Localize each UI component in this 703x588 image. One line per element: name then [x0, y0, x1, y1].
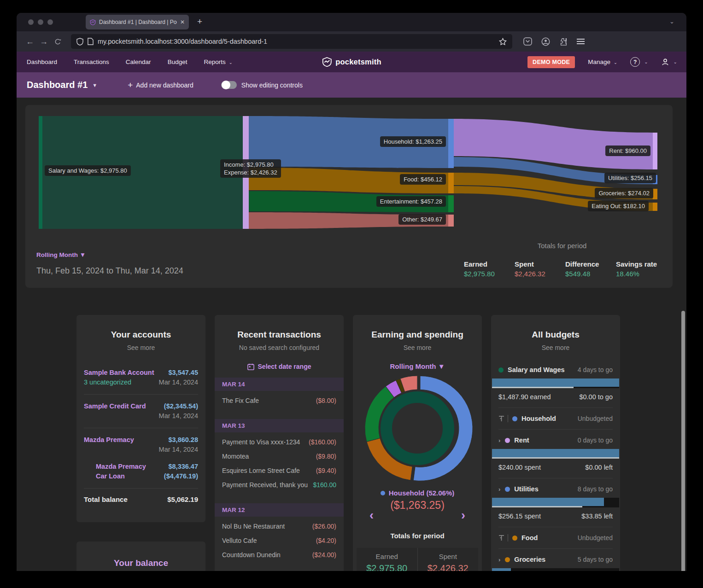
period-selector[interactable]: Rolling Month ▼: [36, 251, 86, 258]
legend-dot: [381, 491, 385, 495]
browser-tab[interactable]: Dashboard #1 | Dashboard | Poc ✕: [86, 15, 189, 29]
chevron-down-icon: ⌄: [228, 60, 233, 65]
chevron-right-icon: ›: [498, 486, 500, 493]
card-title: Recent transactions: [215, 330, 344, 340]
budget-progress-bar: [492, 568, 619, 571]
reload-button[interactable]: [51, 38, 64, 45]
nav-item-budget[interactable]: Budget: [168, 58, 187, 65]
close-window-button[interactable]: [28, 19, 34, 25]
transactions-card: Recent transactions No saved search conf…: [215, 315, 344, 571]
plus-icon: +: [128, 80, 133, 90]
card-title: Your accounts: [76, 330, 205, 340]
account-row[interactable]: Sample Credit Card($2,345.54) Mar 14, 20…: [84, 402, 198, 421]
editing-controls-toggle[interactable]: [221, 81, 237, 89]
budget-progress-bar: [492, 498, 619, 507]
see-more-link[interactable]: See more: [491, 344, 620, 351]
widgets-grid: Your accounts See more Sample Bank Accou…: [76, 315, 620, 571]
pocket-icon[interactable]: [523, 37, 532, 46]
account-row[interactable]: Mazda Premacy$3,860.28 Mar 14, 2024: [84, 435, 198, 454]
chevron-down-icon: ⌄: [674, 59, 677, 64]
sankey-label-income-expense: Income: $2,975.80 Expense: $2,426.32: [220, 159, 281, 178]
calendar-icon: [247, 363, 254, 370]
person-icon: [661, 58, 669, 66]
back-button[interactable]: ←: [23, 37, 37, 47]
bookmark-star-icon[interactable]: [499, 38, 507, 46]
page-content: Salary and Wages: $2,975.80 Income: $2,9…: [17, 105, 686, 571]
tx-row[interactable]: Momotea($9.80): [215, 447, 344, 461]
rollup-icon[interactable]: [498, 534, 508, 541]
pocketsmith-shield-icon: [322, 57, 332, 67]
sankey-label-food: Food: $456.12: [400, 174, 446, 185]
pocketsmith-logo[interactable]: pocketsmith: [322, 57, 381, 67]
rollup-icon[interactable]: [498, 415, 508, 422]
budget-row[interactable]: ›Rent0 days to go $240.00 spent$0.00 lef…: [498, 437, 613, 471]
accounts-card: Your accounts See more Sample Bank Accou…: [76, 315, 205, 522]
zoom-window-button[interactable]: [47, 19, 53, 25]
nav-item-dashboard[interactable]: Dashboard: [27, 58, 57, 65]
window-controls[interactable]: [28, 19, 53, 25]
card-title: Your balance: [76, 558, 205, 568]
tx-row[interactable]: Payment Received, thank you$160.00: [215, 475, 344, 489]
tracking-shield-icon[interactable]: [76, 38, 83, 46]
select-date-range-button[interactable]: Select date range: [215, 363, 344, 370]
account-row-child[interactable]: Mazda Premacy$8,336.47 Car Loan($4,476.1…: [84, 462, 198, 481]
cashflow-sankey-panel: Salary and Wages: $2,975.80 Income: $2,9…: [25, 105, 673, 288]
totals-panel: Earned$2,975.80 Spent$2,426.32: [357, 548, 478, 571]
budget-progress-bar: [492, 378, 619, 388]
prev-category-arrow[interactable]: ‹: [369, 508, 374, 523]
budget-row[interactable]: ›Groceries5 days to go $38.20 spent$211.…: [498, 556, 613, 571]
nav-item-transactions[interactable]: Transactions: [74, 58, 109, 65]
minimize-window-button[interactable]: [38, 19, 43, 25]
chevron-down-icon: ⌄: [644, 59, 648, 64]
period-selector[interactable]: Rolling Month ▼: [353, 362, 482, 370]
see-more-link[interactable]: See more: [76, 344, 205, 351]
nav-item-user[interactable]: ⌄: [661, 58, 677, 66]
sankey-label-utilities: Utilities: $256.15: [604, 173, 656, 183]
donut-legend: Household (52.06%): [353, 489, 482, 497]
help-icon: ?: [630, 57, 640, 67]
totals-title: Totals for period: [463, 242, 661, 250]
nav-item-help[interactable]: ?⌄: [630, 57, 648, 67]
forward-button[interactable]: →: [37, 37, 51, 47]
budget-progress-bar: [492, 449, 619, 459]
see-more-link[interactable]: See more: [353, 344, 482, 351]
tx-row[interactable]: Payment to Visa xxxx-1234($160.00): [215, 432, 344, 447]
nav-item-manage[interactable]: Manage ⌄: [588, 58, 617, 65]
tab-close-icon[interactable]: ✕: [180, 19, 185, 25]
nav-item-reports[interactable]: Reports ⌄: [204, 58, 232, 65]
next-category-arrow[interactable]: ›: [461, 508, 465, 523]
account-row[interactable]: Sample Bank Account$3,547.45 3 uncategor…: [84, 368, 198, 387]
page-info-icon[interactable]: [88, 38, 94, 45]
tab-title: Dashboard #1 | Dashboard | Poc: [99, 19, 177, 25]
scrollbar-thumb[interactable]: [681, 311, 685, 571]
chevron-down-icon: ▼: [80, 251, 86, 258]
tx-row[interactable]: Velluto Cafe($4.20): [215, 531, 344, 545]
balance-card: Your balance Today: [76, 541, 205, 571]
tab-favicon-icon: [90, 19, 96, 25]
tx-row[interactable]: The Fix Cafe($8.00): [215, 391, 344, 405]
tab-bar: Dashboard #1 | Dashboard | Poc ✕ + ⌄: [17, 13, 686, 31]
extensions-puzzle-icon[interactable]: [559, 37, 568, 46]
budget-row[interactable]: HouseholdUnbudgeted: [498, 415, 613, 422]
total-savings-rate: Savings rate18.46%: [616, 260, 657, 278]
new-tab-button[interactable]: +: [197, 17, 202, 27]
budget-row[interactable]: Salary and Wages4 days to go $1,487.90 e…: [498, 366, 613, 401]
nav-item-calendar[interactable]: Calendar: [126, 58, 151, 65]
nav-right: DEMO MODE Manage ⌄ ?⌄ ⌄: [527, 56, 677, 68]
budget-row[interactable]: ›Utilities8 days to go $256.15 spent$33.…: [498, 485, 613, 520]
dashboard-title-dropdown[interactable]: Dashboard #1▼: [27, 80, 97, 90]
budget-row[interactable]: FoodUnbudgeted: [498, 534, 613, 541]
tx-row[interactable]: Esquires Lorne Street Cafe($9.40): [215, 461, 344, 475]
add-dashboard-button[interactable]: +Add new dashboard: [128, 80, 193, 90]
url-text[interactable]: my.pocketsmith.localhost:3000/dashboard/…: [98, 38, 495, 45]
card-title: Earning and spending: [353, 330, 482, 340]
account-icon[interactable]: [541, 37, 550, 46]
list-tabs-chevron-icon[interactable]: ⌄: [669, 18, 674, 25]
tx-row[interactable]: Countdown Dunedin($24.00): [215, 545, 344, 559]
url-bar[interactable]: my.pocketsmith.localhost:3000/dashboard/…: [71, 34, 512, 49]
sankey-label-entertainment: Entertainment: $457.28: [376, 196, 446, 207]
menu-hamburger-icon[interactable]: [577, 38, 585, 45]
toolbar-icons: [523, 37, 585, 46]
total-earned: Earned$2,975.80: [464, 260, 495, 278]
tx-row[interactable]: Nol Bu Ne Restaurant($26.00): [215, 517, 344, 531]
